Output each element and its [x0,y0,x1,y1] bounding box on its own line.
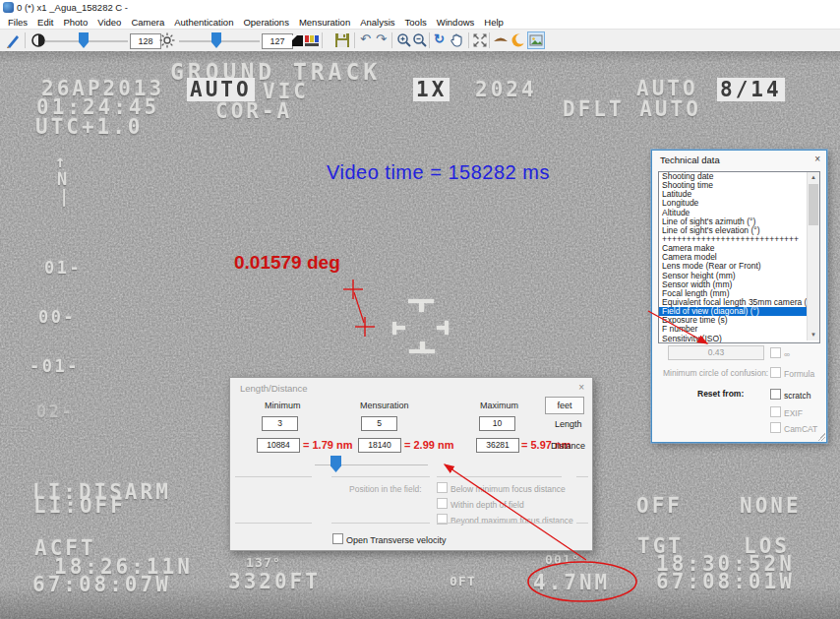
toolbar-separator [468,32,469,48]
zoom-in-icon[interactable] [396,32,412,48]
col-mensuration-label: Mensuration [360,401,409,410]
scroll-up-icon[interactable]: ▲ [808,172,819,183]
menu-files[interactable]: Files [8,17,28,28]
brightness-slider-thumb[interactable] [211,32,221,48]
tech-list-scrollbar[interactable]: ▲ ▼ [807,172,819,340]
below-min-focus-checkbox[interactable]: Below minimum focus distance [437,482,566,494]
brightness-value-field[interactable]: 127 [262,33,293,49]
reset-camcat-checkbox[interactable]: CamCAT [770,422,817,434]
pan-hand-icon[interactable] [450,32,465,48]
menu-edit[interactable]: Edit [37,17,53,28]
hud-scale-m01: -01- [30,356,80,376]
hud-acft-lon: 67:08:07W [32,573,171,596]
angle-annotation: 0.01579 deg [234,252,340,274]
divider [576,476,588,477]
hud-year: 2024 [475,78,537,101]
reset-scratch-checkbox[interactable]: scratch [770,389,810,401]
menu-operations[interactable]: Operations [243,17,288,28]
hud-dflt: DFLT AUTO [563,97,701,121]
menu-help[interactable]: Help [484,17,504,28]
position-slider-thumb[interactable] [330,456,341,472]
distance-max-field[interactable]: 36281 [476,438,519,453]
fit-screen-icon[interactable] [472,32,488,48]
toolbar: 128 127 ↶ ↷ ↻ [0,29,840,53]
open-transverse-velocity-checkbox[interactable]: Open Transverse velocity [332,533,447,545]
menu-photo[interactable]: Photo [63,17,88,28]
within-depth-checkbox[interactable]: Within depth of field [437,498,524,510]
gate-top-icon [419,303,424,312]
distance-mensuration-conversion: = 2.99 nm [404,439,453,451]
distance-mensuration-field[interactable]: 18140 [358,438,401,453]
menu-tools[interactable]: Tools [405,17,427,28]
length-mensuration-field[interactable]: 5 [361,416,397,431]
pen-tool-icon[interactable] [5,32,21,48]
hud-auto-left: AUTO [187,78,255,101]
field-of-view-value-field[interactable]: 0.43 [668,345,764,360]
scroll-down-icon[interactable]: ▼ [808,330,819,340]
zoom-out-icon[interactable] [412,32,428,48]
technical-data-panel: Technical data × Shooting date Shooting … [651,150,827,443]
checkbox-icon[interactable] [770,406,781,417]
rotate-icon[interactable]: ↻ [434,31,445,46]
undo-icon[interactable]: ↶ [360,31,371,46]
divider [576,523,588,524]
menu-windows[interactable]: Windows [437,17,475,28]
menu-bar: Files Edit Photo Video Camera Authentica… [0,15,840,29]
col-minimum-label: Minimum [265,401,301,410]
rgb-channels-icon[interactable] [304,32,320,48]
save-icon[interactable] [334,32,350,48]
eyelid-icon[interactable] [493,32,509,48]
length-min-field[interactable]: 3 [262,416,298,431]
beyond-max-focus-checkbox[interactable]: Beyond maximum focus distance [437,514,573,526]
night-mode-icon[interactable] [510,32,526,48]
technical-data-list[interactable]: Shooting date Shooting time Latitude Lon… [658,171,820,343]
technical-data-title: Technical data [660,155,720,165]
menu-video[interactable]: Video [97,17,121,28]
checkbox-icon[interactable] [437,498,448,509]
checkbox-icon[interactable] [332,533,343,544]
menu-authentication[interactable]: Authentication [174,17,233,28]
toolbar-separator [354,32,355,48]
menu-mensuration[interactable]: Mensuration [299,17,350,28]
divider [437,523,562,524]
contrast-slider-thumb[interactable] [79,32,89,48]
menu-analysis[interactable]: Analysis [360,17,394,28]
redo-icon[interactable]: ↷ [376,31,387,46]
formula-checkbox[interactable]: Formula [770,367,814,379]
reset-exif-checkbox[interactable]: EXIF [770,406,803,418]
col-maximum-label: Maximum [480,401,518,410]
checkbox-icon[interactable] [770,389,781,400]
length-max-field[interactable]: 10 [479,416,515,431]
hud-scale-00: 00- [38,307,76,327]
distance-min-field[interactable]: 10884 [257,438,300,453]
menu-camera[interactable]: Camera [131,17,164,28]
length-distance-dialog: Length/Distance × Minimum Mensuration Ma… [229,377,593,551]
infinity-checkbox[interactable]: ∞ [770,347,790,359]
hud-zoom: 1X [413,78,450,101]
divider [331,476,430,477]
distance-min-conversion: = 1.79 nm [303,439,352,451]
hud-north-arrow-icon: ↑ [55,152,68,171]
contrast-value-field[interactable]: 128 [130,33,161,49]
scroll-thumb[interactable] [809,184,818,225]
tech-list-item[interactable]: Sensitivity (ISO) [659,335,819,343]
checkbox-icon[interactable] [770,422,781,433]
gate-right-icon [445,321,449,335]
checkbox-icon[interactable] [437,482,448,493]
image-overlay-icon[interactable] [527,31,545,49]
app-window: { "window": { "title": "0 (*) x1 _Agua_1… [0,0,840,619]
dialog-close-icon[interactable]: × [578,382,584,393]
app-icon [3,2,14,13]
hud-frame-counter: 8/14 [717,78,785,101]
hud-scale-01: 01- [44,258,82,278]
dialog-title: Length/Distance [240,383,308,394]
window-title: 0 (*) x1 _Agua_158282 C - [17,2,128,13]
hud-target-heading: 001° [545,552,580,567]
checkbox-icon[interactable] [770,347,781,358]
hud-target-lon: 67:08:01W [656,570,795,593]
divider [331,523,430,524]
technical-data-close-icon[interactable]: × [814,154,820,164]
resize-grip[interactable] [817,433,825,441]
checkbox-icon[interactable] [770,367,781,378]
feet-unit-button[interactable]: feet [545,397,584,414]
